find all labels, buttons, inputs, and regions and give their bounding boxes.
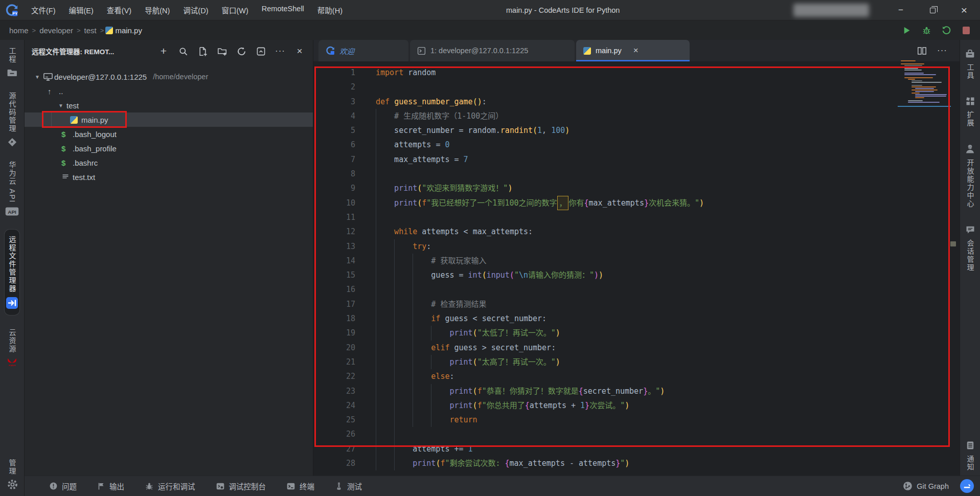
play-button[interactable] xyxy=(901,25,912,36)
activity-item-label: 通知 xyxy=(965,455,975,471)
code-line[interactable]: 9print("欢迎来到猜数字游戏！") xyxy=(313,181,960,195)
code-line[interactable]: 7max_attempts = 7 xyxy=(313,152,960,167)
minimap[interactable] xyxy=(901,60,948,103)
assistant-button[interactable] xyxy=(960,479,974,493)
minimize-button[interactable]: − xyxy=(885,0,917,20)
code-line[interactable]: 11 xyxy=(313,210,960,224)
search-button[interactable] xyxy=(178,46,188,56)
plus-button[interactable]: + xyxy=(158,46,169,56)
bug-button[interactable] xyxy=(921,25,932,36)
tree-item-test[interactable]: ▼test xyxy=(25,98,313,112)
menu-item[interactable]: 编辑(E) xyxy=(63,3,99,17)
panel-tab-label: 输出 xyxy=(109,481,124,491)
menu-item[interactable]: RemoteShell xyxy=(256,3,310,17)
menu-item[interactable]: 帮助(H) xyxy=(312,3,348,17)
panel-tab-debuggray[interactable]: 运行和调试 xyxy=(145,481,195,491)
activity-item-folder[interactable]: 工程 xyxy=(7,47,17,78)
editor-scrollbar[interactable] xyxy=(950,61,957,476)
code-line[interactable]: 10print(f"我已经想好了一个1到100之间的数字，你有{max_atte… xyxy=(313,196,960,210)
close-button[interactable]: × xyxy=(294,46,305,56)
indent-guide xyxy=(394,355,413,369)
close-icon[interactable]: × xyxy=(633,46,639,56)
activity-item-session[interactable]: 会话管理 xyxy=(965,224,975,272)
breadcrumb-segment[interactable]: developer xyxy=(37,25,75,36)
refresh-button[interactable] xyxy=(236,46,246,56)
code-line[interactable]: 15guess = int(input("\n请输入你的猜测：")) xyxy=(313,268,960,282)
close-button[interactable]: × xyxy=(948,0,980,20)
code-line[interactable]: 1import random xyxy=(313,65,960,80)
activity-item-toolbox[interactable]: 工具 xyxy=(965,48,975,80)
breadcrumb-segment[interactable]: main.py xyxy=(113,25,144,36)
code-line[interactable]: 3def guess_number_game(): xyxy=(313,95,960,109)
menu-item[interactable]: 调试(D) xyxy=(177,3,214,17)
panel-tab-dbgconsole[interactable]: 调试控制台 xyxy=(216,481,266,491)
code-line[interactable]: 27attempts += 1 xyxy=(313,442,960,456)
tree-item-test.txt[interactable]: test.txt xyxy=(25,170,313,184)
panel-tab-terminal[interactable]: 终端 xyxy=(286,481,314,491)
tree-item-..[interactable]: ↑.. xyxy=(25,84,313,98)
activity-item-opencap[interactable]: </>开放能力中心 xyxy=(965,144,975,208)
activity-item-scm[interactable]: 源代码管理 xyxy=(7,92,17,147)
tree-item-developer127.0.0.11225[interactable]: ▼developer@127.0.0.1:1225/home/developer xyxy=(25,70,313,84)
tab-main.py[interactable]: main.py× xyxy=(576,40,690,61)
code-line[interactable]: 22else: xyxy=(313,369,960,384)
menu-item[interactable]: 文件(F) xyxy=(26,3,61,17)
activity-item-remote[interactable]: 远程文件管理器 xyxy=(5,230,19,315)
panel-tab-output[interactable]: 输出 xyxy=(97,481,124,491)
indent-guide xyxy=(431,384,449,398)
panel-tab-problems[interactable]: 问题 xyxy=(49,481,77,491)
tree-item-.bash_profile[interactable]: $.bash_profile xyxy=(25,141,313,155)
code-line[interactable]: 28print(f"剩余尝试次数: {max_attempts - attemp… xyxy=(313,456,960,470)
code-lines: 1import random23def guess_number_game():… xyxy=(313,61,960,470)
code-line[interactable]: 5secret_number = random.randint(1, 100) xyxy=(313,123,960,138)
code-line[interactable]: 19print("太低了！再试一次。") xyxy=(313,326,960,340)
activity-item-huawei[interactable]: 云资源HUAWEI xyxy=(7,329,17,367)
newfile-button[interactable] xyxy=(197,46,208,56)
activity-item-extensions[interactable]: 扩展 xyxy=(965,96,975,127)
code-line[interactable]: 6attempts = 0 xyxy=(313,138,960,152)
panel-tab-flask[interactable]: 测试 xyxy=(335,481,362,491)
split-editor-button[interactable] xyxy=(917,46,927,56)
breadcrumb-segment[interactable]: home xyxy=(7,25,31,36)
git-graph-button[interactable]: Git Graph xyxy=(903,481,949,491)
breadcrumb-segment[interactable]: test xyxy=(82,25,99,36)
code-line[interactable]: 18if guess < secret_number: xyxy=(313,311,960,326)
stop-button[interactable] xyxy=(961,25,972,36)
panel-switcher: 问题输出运行和调试调试控制台终端测试 xyxy=(49,481,382,491)
code-line[interactable]: 24print(f"你总共用了{attempts + 1}次尝试。") xyxy=(313,398,960,413)
newfolder-button[interactable] xyxy=(217,46,227,56)
activity-item-notifications[interactable]: 通知 xyxy=(965,440,975,471)
collapse-button[interactable] xyxy=(256,46,266,56)
restore-button[interactable] xyxy=(917,0,948,20)
tab-1developer127.0.0.11225[interactable]: 1: developer@127.0.0.1:1225 xyxy=(410,40,575,61)
activity-item-api[interactable]: 华为云 APIAPI xyxy=(5,161,19,216)
code-line[interactable]: 8 xyxy=(313,167,960,181)
panel-tab-label: 测试 xyxy=(347,481,362,491)
minimap-slider[interactable] xyxy=(898,106,951,107)
more-actions-button[interactable]: ··· xyxy=(937,46,947,56)
gear-icon[interactable] xyxy=(7,479,18,490)
code-line[interactable]: 20elif guess > secret_number: xyxy=(313,341,960,355)
tree-item-main.py[interactable]: main.py xyxy=(25,112,313,127)
code-line[interactable]: 25return xyxy=(313,413,960,427)
code-line[interactable]: 26 xyxy=(313,427,960,441)
code-line[interactable]: 4# 生成随机数字（1-100之间） xyxy=(313,109,960,123)
code-line[interactable]: 21print("太高了！再试一次。") xyxy=(313,355,960,369)
code-line[interactable]: 12while attempts < max_attempts: xyxy=(313,224,960,239)
code-area[interactable]: 1import random23def guess_number_game():… xyxy=(313,61,960,476)
menu-item[interactable]: 导航(N) xyxy=(139,3,175,17)
code-line[interactable]: 17# 检查猜测结果 xyxy=(313,297,960,311)
line-number: 4 xyxy=(313,109,355,123)
code-line[interactable]: 2 xyxy=(313,80,960,94)
menu-item[interactable]: 查看(V) xyxy=(101,3,137,17)
tree-item-.bash_logout[interactable]: $.bash_logout xyxy=(25,127,313,141)
more-button[interactable]: ··· xyxy=(275,46,285,56)
code-line[interactable]: 16 xyxy=(313,282,960,297)
code-line[interactable]: 13try: xyxy=(313,239,960,254)
menu-item[interactable]: 窗口(W) xyxy=(216,3,254,17)
code-line[interactable]: 14# 获取玩家输入 xyxy=(313,254,960,268)
tab-[interactable]: 欢迎 xyxy=(318,40,408,61)
restart-button[interactable] xyxy=(941,25,952,36)
code-line[interactable]: 23print(f"恭喜！你猜对了！数字就是{secret_number}。") xyxy=(313,384,960,398)
tree-item-.bashrc[interactable]: $.bashrc xyxy=(25,155,313,170)
